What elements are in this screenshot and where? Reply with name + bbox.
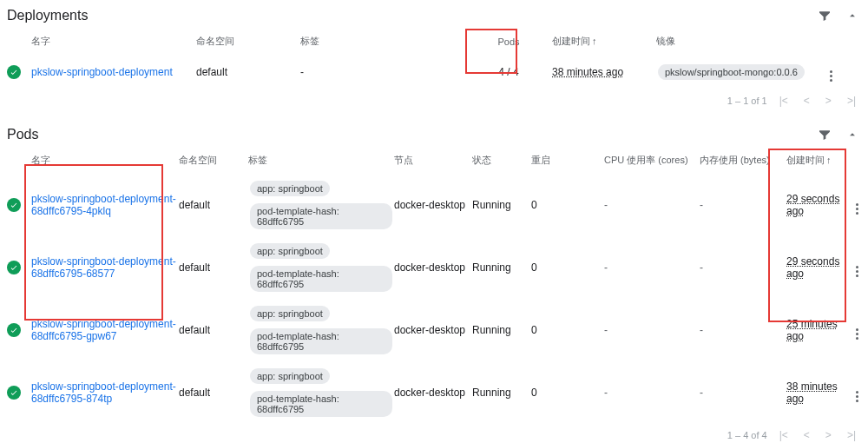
pod-restarts: 0 bbox=[531, 324, 604, 336]
col-namespace: 命名空间 bbox=[179, 154, 248, 167]
pod-name-link[interactable]: pkslow-springboot-deployment-68dffc6795-… bbox=[31, 380, 176, 405]
pod-cpu: - bbox=[604, 199, 700, 211]
deployment-created: 38 minutes ago bbox=[552, 66, 623, 78]
pod-status: Running bbox=[472, 387, 531, 399]
pod-memory: - bbox=[700, 199, 786, 211]
deployment-labels: - bbox=[300, 66, 465, 78]
collapse-icon[interactable] bbox=[844, 126, 861, 143]
table-row: pkslow-springboot-deployment-68dffc6795-… bbox=[0, 299, 868, 361]
pod-created: 25 minutes ago bbox=[786, 318, 838, 342]
pod-name-link[interactable]: pkslow-springboot-deployment-68dffc6795-… bbox=[31, 193, 176, 217]
col-cpu: CPU 使用率 (cores) bbox=[604, 154, 700, 167]
pod-restarts: 0 bbox=[531, 261, 604, 274]
pod-node: docker-desktop bbox=[394, 324, 472, 336]
pager-prev-icon[interactable]: < bbox=[800, 95, 813, 107]
sort-arrow-icon: ↑ bbox=[826, 155, 832, 165]
pager-first-icon[interactable]: |< bbox=[776, 95, 792, 107]
table-row: pkslow-springboot-deployment-68dffc6795-… bbox=[0, 361, 868, 424]
label-chip: app: springboot bbox=[250, 306, 330, 321]
pod-created: 29 seconds ago bbox=[786, 193, 839, 217]
deployments-section: Deployments 名字 命名空间 标签 Pods 创建时间↑ 镜像 pks… bbox=[0, 0, 868, 112]
col-created[interactable]: 创建时间↑ bbox=[786, 154, 856, 167]
col-name: 名字 bbox=[31, 154, 179, 167]
pods-pager: 1 – 4 of 4 |< < > >| bbox=[0, 424, 868, 443]
deployment-pods: 4 / 4 bbox=[465, 66, 552, 78]
more-actions-icon[interactable] bbox=[830, 70, 832, 82]
pod-node: docker-desktop bbox=[394, 261, 472, 274]
col-image: 镜像 bbox=[656, 35, 830, 48]
pod-status: Running bbox=[472, 261, 531, 274]
col-namespace: 命名空间 bbox=[196, 35, 300, 48]
more-actions-icon[interactable] bbox=[856, 266, 858, 277]
more-actions-icon[interactable] bbox=[856, 328, 858, 340]
pager-text: 1 – 1 of 1 bbox=[727, 96, 767, 106]
pod-namespace: default bbox=[179, 199, 248, 211]
col-name: 名字 bbox=[31, 35, 196, 48]
deployment-namespace: default bbox=[196, 66, 300, 78]
filter-icon[interactable] bbox=[816, 126, 833, 143]
label-chip: pod-template-hash: 68dffc6795 bbox=[250, 328, 392, 354]
pager-last-icon[interactable]: >| bbox=[844, 429, 859, 441]
status-ok-icon bbox=[7, 198, 21, 212]
col-memory: 内存使用 (bytes) bbox=[700, 154, 786, 167]
deployments-header-row: 名字 命名空间 标签 Pods 创建时间↑ 镜像 bbox=[0, 28, 868, 55]
col-node: 节点 bbox=[394, 154, 472, 167]
col-restarts: 重启 bbox=[531, 154, 604, 167]
pod-restarts: 0 bbox=[531, 387, 604, 399]
pod-created: 29 seconds ago bbox=[786, 255, 839, 280]
col-labels: 标签 bbox=[248, 154, 394, 167]
pod-memory: - bbox=[700, 261, 786, 274]
deployments-pager: 1 – 1 of 1 |< < > >| bbox=[0, 89, 868, 112]
label-chip: app: springboot bbox=[250, 368, 330, 384]
pod-restarts: 0 bbox=[531, 199, 604, 211]
pager-last-icon[interactable]: >| bbox=[844, 95, 859, 107]
col-status: 状态 bbox=[472, 154, 531, 167]
pod-namespace: default bbox=[179, 261, 248, 274]
pod-memory: - bbox=[700, 324, 786, 336]
table-row: pkslow-springboot-deployment default - 4… bbox=[0, 55, 868, 89]
pod-cpu: - bbox=[604, 261, 700, 274]
collapse-icon[interactable] bbox=[844, 7, 861, 24]
pod-node: docker-desktop bbox=[394, 387, 472, 399]
pager-first-icon[interactable]: |< bbox=[776, 429, 792, 441]
pods-title: Pods bbox=[7, 127, 38, 142]
pager-next-icon[interactable]: > bbox=[822, 95, 835, 107]
pod-status: Running bbox=[472, 324, 531, 336]
pod-name-link[interactable]: pkslow-springboot-deployment-68dffc6795-… bbox=[31, 255, 176, 280]
status-ok-icon bbox=[7, 323, 21, 337]
status-ok-icon bbox=[7, 65, 21, 79]
sort-arrow-icon: ↑ bbox=[592, 36, 597, 46]
pod-cpu: - bbox=[604, 387, 700, 399]
col-pods: Pods bbox=[465, 36, 552, 47]
status-ok-icon bbox=[7, 386, 21, 400]
pods-header-row: 名字 命名空间 标签 节点 状态 重启 CPU 使用率 (cores) 内存使用… bbox=[0, 147, 868, 174]
label-chip: app: springboot bbox=[250, 181, 330, 196]
label-chip: pod-template-hash: 68dffc6795 bbox=[250, 266, 392, 292]
pager-text: 1 – 4 of 4 bbox=[727, 430, 767, 440]
col-labels: 标签 bbox=[300, 35, 465, 48]
more-actions-icon[interactable] bbox=[856, 203, 858, 215]
deployment-name-link[interactable]: pkslow-springboot-deployment bbox=[31, 66, 173, 78]
filter-icon[interactable] bbox=[816, 7, 833, 24]
status-ok-icon bbox=[7, 261, 21, 274]
pod-memory: - bbox=[700, 387, 786, 399]
pod-status: Running bbox=[472, 199, 531, 211]
more-actions-icon[interactable] bbox=[856, 391, 858, 402]
pager-prev-icon[interactable]: < bbox=[800, 429, 813, 441]
deployments-title: Deployments bbox=[7, 8, 88, 23]
pods-section: Pods 名字 命名空间 标签 节点 状态 重启 CPU 使用率 (cores)… bbox=[0, 119, 868, 443]
col-created[interactable]: 创建时间↑ bbox=[552, 35, 656, 48]
table-row: pkslow-springboot-deployment-68dffc6795-… bbox=[0, 174, 868, 236]
pod-node: docker-desktop bbox=[394, 199, 472, 211]
pod-namespace: default bbox=[179, 324, 248, 336]
label-chip: pod-template-hash: 68dffc6795 bbox=[250, 391, 392, 417]
pod-cpu: - bbox=[604, 324, 700, 336]
pod-created: 38 minutes ago bbox=[786, 380, 838, 405]
deployment-image: pkslow/springboot-mongo:0.0.6 bbox=[658, 64, 805, 80]
pod-namespace: default bbox=[179, 387, 248, 399]
table-row: pkslow-springboot-deployment-68dffc6795-… bbox=[0, 236, 868, 299]
pod-name-link[interactable]: pkslow-springboot-deployment-68dffc6795-… bbox=[31, 318, 176, 342]
label-chip: app: springboot bbox=[250, 243, 330, 259]
pager-next-icon[interactable]: > bbox=[822, 429, 835, 441]
label-chip: pod-template-hash: 68dffc6795 bbox=[250, 203, 392, 229]
